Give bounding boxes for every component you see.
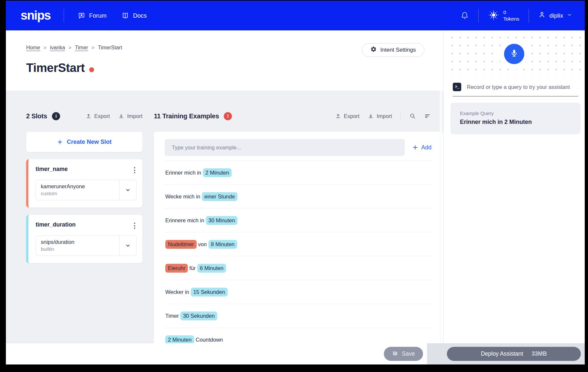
footer-gray-gap — [427, 343, 443, 364]
slots-export-button[interactable]: Export — [86, 113, 110, 119]
nav-link-forum[interactable]: Forum — [78, 12, 106, 19]
entity-highlight-timer_duration[interactable]: 8 Minuten — [208, 240, 237, 249]
docs-book-icon — [122, 12, 129, 19]
entity-highlight-timer_duration[interactable]: 2 Minuten — [203, 168, 232, 177]
snips-logo[interactable]: snips — [21, 8, 51, 23]
slot-name: timer_duration — [36, 221, 76, 228]
nav-link-label: Forum — [89, 12, 106, 19]
slot-type-select[interactable]: kamerunerAnyonecustom — [36, 180, 137, 200]
entity-highlight-timer_duration[interactable]: 30 Sekunden — [180, 312, 217, 320]
terminal-icon: >_ — [453, 83, 461, 91]
tokens-label: Tokens — [503, 16, 519, 22]
training-example-row[interactable]: Wecke mich in einer Stunde — [165, 184, 433, 208]
training-examples-card: Add Erinner mich in 2 MinutenWecke mich … — [154, 132, 443, 343]
slots-import-button[interactable]: Import — [118, 113, 142, 119]
tokens-halftone-icon — [488, 9, 499, 22]
plus-icon — [412, 144, 418, 151]
save-button[interactable]: Save — [384, 347, 423, 361]
training-example-row[interactable]: Timer 30 Sekunden — [165, 304, 433, 328]
intent-settings-button[interactable]: Intent Settings — [362, 43, 424, 57]
training-example-row[interactable]: Erinnere mich in 30 Minuten — [165, 208, 433, 232]
chevron-down-icon[interactable] — [119, 236, 136, 256]
deploy-size-badge: 33MB — [531, 350, 547, 357]
import-icon — [368, 113, 374, 119]
training-example-row[interactable]: Eieruhr für 6 Minuten — [165, 256, 433, 280]
slot-type-select[interactable]: snips/durationbuiltin — [36, 235, 137, 256]
example-text: Erinnere mich in — [165, 217, 206, 224]
warning-icon[interactable]: ! — [224, 112, 232, 120]
slots-list: timer_namekamerunerAnyonecustomtimer_dur… — [26, 159, 142, 263]
screenshot-frame: snips Forum Docs — [0, 0, 588, 372]
main-footer-bar: Save — [6, 343, 443, 364]
add-label: Add — [421, 144, 432, 151]
work-area: 2 Slots i Export — [6, 91, 443, 343]
username: diplix — [549, 12, 563, 19]
training-example-row[interactable]: Erinner mich in 2 Minuten — [165, 161, 433, 184]
microphone-icon — [510, 49, 519, 59]
nav-link-label: Docs — [133, 12, 147, 19]
training-examples-list: Erinner mich in 2 MinutenWecke mich in e… — [165, 161, 433, 343]
import-icon — [118, 113, 124, 119]
chevron-down-icon[interactable] — [119, 180, 136, 200]
training-example-input[interactable] — [165, 139, 405, 156]
example-text: Wecke mich in — [165, 194, 202, 200]
example-query-value: Erinner mich in 2 Minuten — [460, 119, 573, 126]
intent-settings-label: Intent Settings — [380, 47, 416, 53]
tokens-text: 0 Tokens — [503, 9, 519, 22]
slots-section: 2 Slots i Export — [26, 111, 142, 343]
entity-highlight-timer_duration[interactable]: 30 Minuten — [206, 216, 238, 225]
example-query-card[interactable]: Example Query Erinner mich in 2 Minuten — [450, 103, 580, 134]
tokens-indicator[interactable]: 0 Tokens — [488, 9, 519, 22]
training-header: 11 Training Examples ! Export — [154, 111, 443, 121]
query-input-row[interactable]: >_ Record or type a query to try your as… — [453, 83, 578, 96]
training-example-row[interactable]: Nudeltimer von 8 Minuten — [165, 232, 433, 256]
breadcrumb-link-assistant[interactable]: ivanka — [50, 45, 65, 51]
slot-options-icon[interactable] — [133, 166, 137, 174]
assistant-try-panel: >_ Record or type a query to try your as… — [443, 30, 585, 364]
record-hint: Record or type a query to try your assis… — [467, 84, 570, 90]
deploy-footer-bar: Deploy Assistant 33MB — [444, 343, 585, 364]
entity-highlight-timer_duration[interactable]: 6 Minuten — [197, 264, 226, 273]
main-column: Home > ivanka > Timer > TimerStart Timer… — [6, 30, 443, 364]
slots-title: 2 Slots — [26, 112, 47, 120]
sort-filter-icon[interactable] — [424, 113, 431, 119]
entity-highlight-timer_name[interactable]: Nudeltimer — [165, 240, 197, 249]
slot-options-icon[interactable] — [133, 222, 137, 229]
entity-highlight-timer_duration[interactable]: einer Stunde — [202, 192, 238, 201]
more-options-icon[interactable] — [439, 112, 443, 120]
user-menu[interactable]: diplix — [538, 11, 572, 20]
add-example-button[interactable]: Add — [412, 144, 433, 151]
export-icon — [86, 113, 91, 119]
export-icon — [335, 113, 341, 119]
search-icon[interactable] — [409, 113, 416, 119]
breadcrumb-link-app[interactable]: Timer — [75, 45, 88, 51]
slot-kind-value: builtin — [41, 246, 116, 252]
user-person-icon — [538, 11, 546, 20]
slot-type-value: kamerunerAnyone — [41, 183, 116, 190]
save-bar: Save — [6, 343, 427, 364]
example-text: Wecker in — [165, 289, 191, 295]
create-new-slot-button[interactable]: Create New Slot — [26, 132, 142, 152]
export-label: Export — [344, 113, 360, 119]
breadcrumb-link-home[interactable]: Home — [26, 45, 40, 51]
training-export-button[interactable]: Export — [335, 113, 360, 119]
example-text: Timer — [165, 313, 180, 319]
training-title: 11 Training Examples — [154, 112, 219, 120]
nav-link-docs[interactable]: Docs — [122, 12, 147, 19]
breadcrumb-separator: > — [92, 45, 94, 50]
entity-highlight-timer_duration[interactable]: 2 Minuten — [165, 335, 194, 344]
deploy-assistant-button[interactable]: Deploy Assistant 33MB — [447, 347, 581, 361]
breadcrumb-current: TimerStart — [98, 45, 122, 51]
navbar-divider — [529, 9, 529, 23]
example-text: für — [188, 265, 197, 271]
training-import-button[interactable]: Import — [368, 113, 392, 119]
create-new-slot-label: Create New Slot — [67, 139, 111, 145]
gear-icon — [370, 46, 377, 54]
info-icon[interactable]: i — [52, 112, 60, 120]
entity-highlight-timer_duration[interactable]: 15 Sekunden — [191, 288, 228, 296]
entity-highlight-timer_name[interactable]: Eieruhr — [165, 264, 188, 273]
bell-icon[interactable] — [460, 11, 469, 20]
training-example-row[interactable]: 2 Minuten Countdown — [165, 328, 433, 343]
record-mic-button[interactable] — [504, 44, 524, 64]
training-example-row[interactable]: Wecker in 15 Sekunden — [165, 280, 433, 304]
